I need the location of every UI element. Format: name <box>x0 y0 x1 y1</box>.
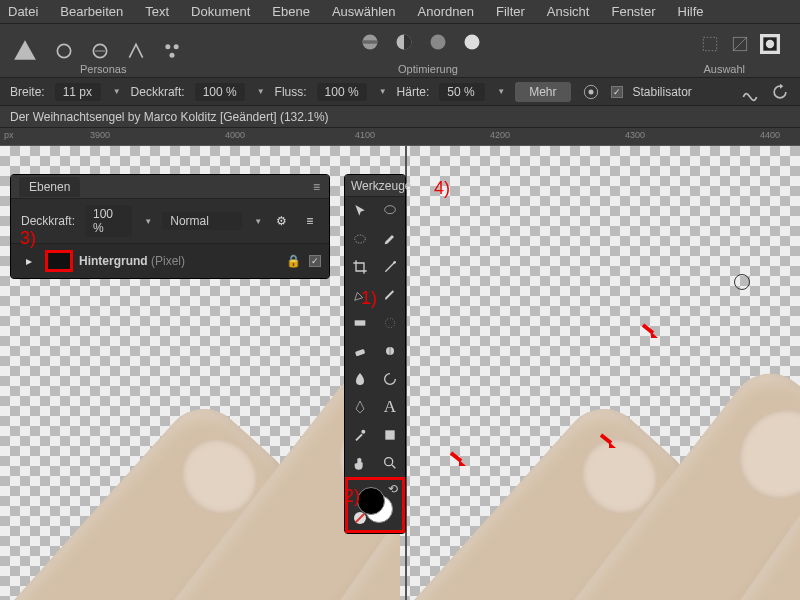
wand-tool-icon[interactable] <box>375 253 405 281</box>
zoom-tool-icon[interactable] <box>375 449 405 477</box>
menu-window[interactable]: Fenster <box>611 4 655 19</box>
menu-select[interactable]: Auswählen <box>332 4 396 19</box>
menu-text[interactable]: Text <box>145 4 169 19</box>
smudge-tool-icon[interactable] <box>375 337 405 365</box>
svg-point-5 <box>170 52 175 57</box>
opt-quarter-icon[interactable] <box>428 32 448 52</box>
menu-view[interactable]: Ansicht <box>547 4 590 19</box>
tone-persona-icon[interactable] <box>126 41 146 61</box>
selection-rect-icon[interactable] <box>700 34 720 54</box>
panel-menu-icon[interactable]: ≡ <box>301 211 319 231</box>
dodge-tool-icon[interactable] <box>375 365 405 393</box>
chevron-down-icon[interactable]: ▼ <box>113 87 121 96</box>
layer-visible-checkbox[interactable]: ✓ <box>309 255 321 267</box>
layer-opacity-value[interactable]: 100 % <box>85 205 132 237</box>
foreground-color-swatch[interactable] <box>357 487 385 515</box>
chevron-down-icon[interactable]: ▼ <box>254 217 262 226</box>
paint-brush-tool-icon[interactable] <box>375 281 405 309</box>
svg-point-3 <box>165 44 170 49</box>
menu-filter[interactable]: Filter <box>496 4 525 19</box>
app-logo-icon <box>12 38 38 64</box>
ruler-tick: 4400 <box>760 130 780 140</box>
ruler-tick: 4300 <box>625 130 645 140</box>
chevron-down-icon[interactable]: ▼ <box>379 87 387 96</box>
menu-file[interactable]: Datei <box>8 4 38 19</box>
layer-row[interactable]: ▸ Hintergrund (Pixel) 🔒 ✓ <box>11 244 329 278</box>
svg-line-28 <box>643 325 653 333</box>
hand-tool-icon[interactable] <box>345 449 375 477</box>
liquify-persona-icon[interactable] <box>54 41 74 61</box>
hardness-label: Härte: <box>397 85 430 99</box>
svg-point-22 <box>385 318 394 327</box>
more-button[interactable]: Mehr <box>515 82 570 102</box>
flow-value[interactable]: 100 % <box>317 83 367 101</box>
opt-half-icon[interactable] <box>394 32 414 52</box>
auswahl-label: Auswahl <box>703 63 745 75</box>
svg-point-25 <box>361 430 365 434</box>
svg-rect-23 <box>355 349 365 357</box>
opt-none-icon[interactable] <box>360 32 380 52</box>
selection-invert-icon[interactable] <box>730 34 750 54</box>
crop-tool-icon[interactable] <box>345 253 375 281</box>
annotation-4: 4) <box>434 178 450 199</box>
text-tool-icon[interactable]: A <box>375 393 405 421</box>
gradient-tool-icon[interactable] <box>345 309 375 337</box>
stabilizer-checkbox[interactable]: ✓ <box>611 86 623 98</box>
annotation-2: 2) <box>344 486 360 507</box>
context-bar: Breite: 11 px▼ Deckkraft: 100 %▼ Fluss: … <box>0 78 800 106</box>
chevron-down-icon[interactable]: ▼ <box>497 87 505 96</box>
svg-point-9 <box>431 35 446 50</box>
develop-persona-icon[interactable] <box>90 41 110 61</box>
svg-rect-26 <box>385 430 394 439</box>
vector-pen-icon[interactable] <box>345 393 375 421</box>
ruler-tick: 4100 <box>355 130 375 140</box>
menu-edit[interactable]: Bearbeiten <box>60 4 123 19</box>
spray-tool-icon[interactable] <box>375 309 405 337</box>
layer-opacity-label: Deckkraft: <box>21 214 75 228</box>
gear-icon[interactable]: ⚙ <box>272 211 290 231</box>
canvas-right[interactable] <box>400 146 800 600</box>
menu-help[interactable]: Hilfe <box>678 4 704 19</box>
swap-colors-icon[interactable]: ⟲ <box>388 482 398 496</box>
width-label: Breite: <box>10 85 45 99</box>
brush-tool-icon[interactable] <box>375 225 405 253</box>
brush-settings-icon[interactable] <box>581 82 601 102</box>
menu-arrange[interactable]: Anordnen <box>418 4 474 19</box>
export-persona-icon[interactable] <box>162 41 182 61</box>
reset-icon[interactable] <box>770 82 790 102</box>
svg-point-17 <box>588 89 593 94</box>
panel-menu-icon[interactable]: ≡ <box>313 180 321 194</box>
expand-icon[interactable]: ▸ <box>19 251 39 271</box>
width-value[interactable]: 11 px <box>55 83 101 101</box>
move-tool-icon[interactable] <box>345 197 375 225</box>
svg-point-4 <box>174 44 179 49</box>
shape-tool-icon[interactable] <box>375 421 405 449</box>
svg-rect-7 <box>363 40 378 43</box>
chevron-down-icon[interactable]: ▼ <box>257 87 265 96</box>
opt-full-icon[interactable] <box>462 32 482 52</box>
lock-icon[interactable]: 🔒 <box>283 251 303 271</box>
curve-mode-icon[interactable] <box>740 82 760 102</box>
ruler-unit: px <box>4 130 14 140</box>
annotation-3: 3) <box>20 228 36 249</box>
ellipse-select-icon[interactable] <box>345 225 375 253</box>
eraser-tool-icon[interactable] <box>345 337 375 365</box>
layer-thumbnail[interactable] <box>45 250 73 272</box>
menu-document[interactable]: Dokument <box>191 4 250 19</box>
layers-tab[interactable]: Ebenen <box>19 177 80 197</box>
menu-layer[interactable]: Ebene <box>272 4 310 19</box>
chevron-down-icon[interactable]: ▼ <box>144 217 152 226</box>
blend-mode-select[interactable]: Normal <box>162 212 242 230</box>
svg-line-30 <box>451 453 461 461</box>
document-title: Der Weihnachtsengel by Marco Kolditz [Ge… <box>0 106 800 128</box>
svg-point-10 <box>465 35 480 50</box>
hardness-value[interactable]: 50 % <box>439 83 485 101</box>
lasso-tool-icon[interactable] <box>375 197 405 225</box>
eyedropper-tool-icon[interactable] <box>345 421 375 449</box>
ruler-horizontal: px 3900 4000 4100 4200 4300 4400 <box>0 128 800 146</box>
opacity-value[interactable]: 100 % <box>195 83 245 101</box>
selection-mask-icon[interactable] <box>760 34 780 54</box>
no-color-icon[interactable] <box>354 512 366 524</box>
svg-point-27 <box>385 458 393 466</box>
burn-tool-icon[interactable] <box>345 365 375 393</box>
